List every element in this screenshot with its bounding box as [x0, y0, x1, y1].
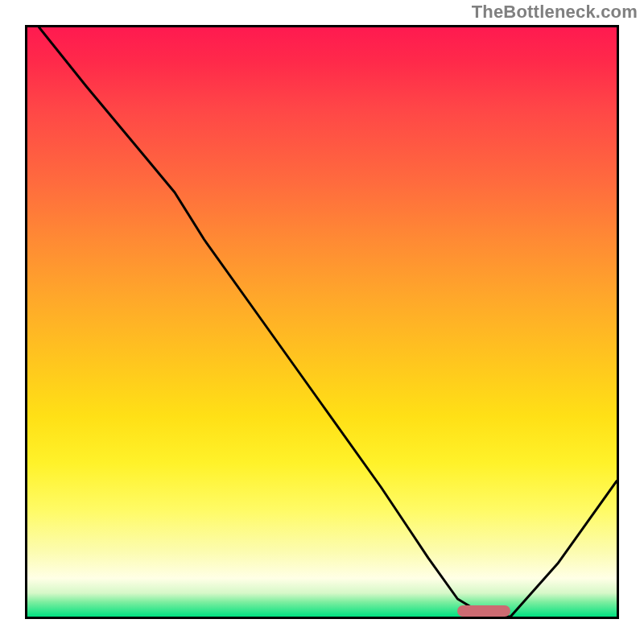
curve-path	[39, 27, 617, 617]
chart-frame: TheBottleneck.com	[0, 0, 644, 644]
plot-area	[25, 25, 619, 619]
bottleneck-curve	[27, 27, 617, 617]
optimal-range-marker	[457, 605, 510, 617]
watermark-text: TheBottleneck.com	[472, 2, 638, 23]
